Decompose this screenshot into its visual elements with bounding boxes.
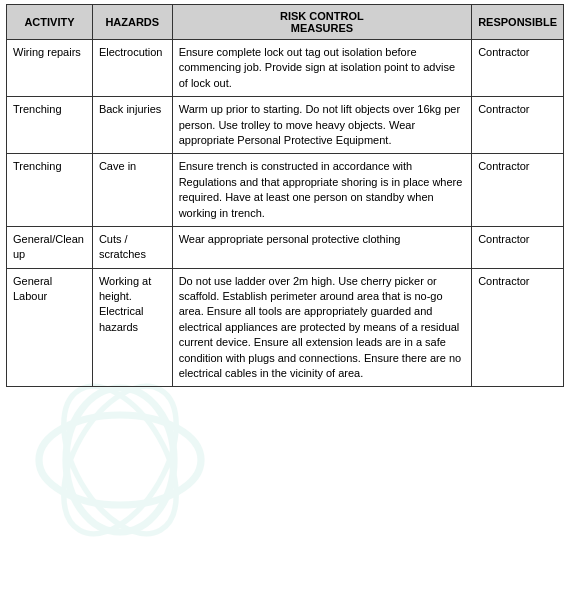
table-row: Trenching Cave in Ensure trench is const… — [7, 154, 564, 227]
table-row: Trenching Back injuries Warm up prior to… — [7, 97, 564, 154]
cell-responsible: Contractor — [472, 268, 564, 387]
cell-risk-control: Do not use ladder over 2m high. Use cher… — [172, 268, 471, 387]
svg-point-2 — [41, 370, 200, 550]
cell-hazards: Cave in — [92, 154, 172, 227]
cell-hazards: Cuts / scratches — [92, 226, 172, 268]
cell-risk-control: Wear appropriate personal protective clo… — [172, 226, 471, 268]
cell-hazards: Electrocution — [92, 40, 172, 97]
cell-hazards: Back injuries — [92, 97, 172, 154]
header-activity: ACTIVITY — [7, 5, 93, 40]
cell-activity: General Labour — [7, 268, 93, 387]
table-header-row: ACTIVITY HAZARDS RISK CONTROLMEASURES RE… — [7, 5, 564, 40]
risk-assessment-table: ACTIVITY HAZARDS RISK CONTROLMEASURES RE… — [6, 4, 564, 387]
cell-responsible: Contractor — [472, 154, 564, 227]
watermark-logo — [30, 370, 210, 550]
table-row: General Labour Working at height.Electri… — [7, 268, 564, 387]
header-responsible: RESPONSIBLE — [472, 5, 564, 40]
table-row: Wiring repairs Electrocution Ensure comp… — [7, 40, 564, 97]
cell-responsible: Contractor — [472, 226, 564, 268]
table-row: General/Clean up Cuts / scratches Wear a… — [7, 226, 564, 268]
cell-responsible: Contractor — [472, 40, 564, 97]
header-hazards: HAZARDS — [92, 5, 172, 40]
cell-activity: Trenching — [7, 97, 93, 154]
svg-point-0 — [39, 415, 201, 505]
cell-activity: General/Clean up — [7, 226, 93, 268]
cell-risk-control: Ensure complete lock out tag out isolati… — [172, 40, 471, 97]
svg-point-1 — [66, 388, 174, 532]
risk-table-wrapper: ACTIVITY HAZARDS RISK CONTROLMEASURES RE… — [0, 0, 570, 391]
svg-point-3 — [41, 370, 200, 550]
header-risk-control: RISK CONTROLMEASURES — [172, 5, 471, 40]
cell-hazards: Working at height.Electrical hazards — [92, 268, 172, 387]
cell-risk-control: Warm up prior to starting. Do not lift o… — [172, 97, 471, 154]
cell-responsible: Contractor — [472, 97, 564, 154]
cell-activity: Wiring repairs — [7, 40, 93, 97]
cell-activity: Trenching — [7, 154, 93, 227]
cell-risk-control: Ensure trench is constructed in accordan… — [172, 154, 471, 227]
